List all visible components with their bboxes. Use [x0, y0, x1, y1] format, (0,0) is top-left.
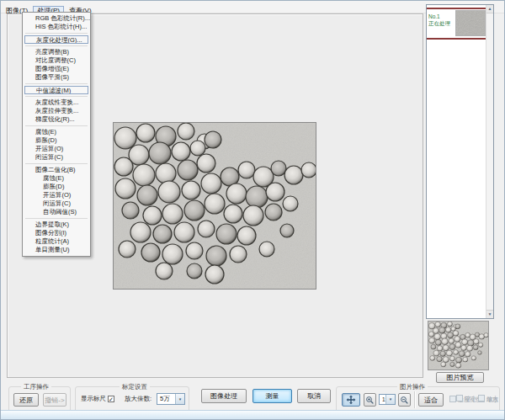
fit-view-button[interactable]: 适合 [418, 393, 444, 407]
calibration-group-label: 标定设置 [120, 383, 150, 391]
zoom-ratio-select[interactable]: 1:1 ▾ [379, 394, 396, 405]
menu-item[interactable]: 开运算(O) [23, 191, 90, 199]
scroll-down-icon[interactable]: ▼ [486, 310, 493, 318]
menu-item[interactable]: 腐蚀(E) [23, 174, 90, 183]
magnification-value: 5万 [160, 395, 170, 402]
menu-item[interactable]: 灰度拉伸变换... [23, 107, 90, 115]
history-group-label: 工序操作 [21, 383, 51, 391]
magnifier-plus-icon [365, 396, 375, 405]
list-item-label: No.1 正在处理 [428, 13, 455, 27]
menu-item[interactable]: HIS 色彩统计(H)... [23, 23, 90, 31]
menu-item[interactable]: 单目测量(U) [23, 246, 90, 254]
menu-separator [25, 83, 88, 84]
tool-zoom-in-label: 放大 [478, 395, 498, 403]
menu-item[interactable]: 灰度化处理(G)... [24, 35, 88, 44]
menu-separator [25, 163, 88, 164]
zoom-out-mini-icon [456, 395, 463, 401]
list-scrollbar[interactable]: ▲ ▼ [486, 5, 493, 318]
menu-item[interactable]: 自动阈值(S) [23, 208, 90, 216]
menu-separator [25, 45, 88, 46]
menu-separator [25, 218, 88, 219]
menu-item[interactable]: 闭运算(C) [23, 199, 90, 208]
menu-item[interactable]: 亮度调整(B) [23, 48, 90, 56]
menu-item[interactable]: 梯度锐化(R)... [23, 115, 90, 124]
tool-zoom-out-label: 缩小 [456, 395, 476, 403]
calibration-group: 标定设置 显示标尺 ✓ 放大倍数: 5万 ▾ [75, 386, 189, 412]
fit-width-icon [449, 396, 456, 402]
menu-item[interactable]: 灰度线性变换... [23, 98, 90, 107]
magnifier-minus-icon [400, 396, 409, 405]
magnification-select[interactable]: 5万 ▾ [157, 393, 185, 405]
show-scale-label: 显示标尺 [81, 395, 106, 403]
menu-item[interactable]: 对比度调整(C) [23, 56, 90, 65]
list-item-selected[interactable]: No.1 正在处理 [427, 8, 486, 40]
view-group-label: 图片操作 [397, 383, 428, 391]
menu-item[interactable]: 膨胀(D) [23, 136, 90, 145]
menu-item[interactable]: 图像二值化(B) [23, 166, 90, 174]
menu-item[interactable]: 开运算(O) [23, 145, 90, 153]
menu-item[interactable]: RGB 色彩统计(R)... [23, 14, 90, 23]
redo-button[interactable]: 撤销-> [43, 393, 66, 407]
menu-separator [25, 125, 88, 126]
menu-item[interactable]: 腐蚀(E) [23, 128, 90, 136]
chevron-down-icon: ▾ [385, 395, 395, 404]
menu-item[interactable]: 闭运算(C) [23, 153, 90, 162]
zoom-in-mini-icon [478, 395, 485, 401]
history-group: 工序操作 还原 撤销-> [8, 386, 71, 412]
magnification-label: 放大倍数: [125, 395, 152, 403]
toolbar-divider [414, 391, 416, 408]
undo-button[interactable]: 还原 [13, 393, 39, 407]
drag-tool-button[interactable] [342, 393, 360, 407]
menu-item[interactable]: 膨胀(D) [23, 183, 90, 191]
menu-separator [25, 33, 88, 34]
noise-thumbnail [455, 10, 486, 36]
menu-item[interactable]: 图像平滑(S) [23, 73, 90, 82]
app-window: 图像(T)处理(P)查看(V) [0, 0, 505, 420]
image-list[interactable]: No.1 正在处理 ▲ ▼ [426, 4, 494, 319]
zoom-in-button[interactable] [364, 393, 376, 407]
processing-menu: RGB 色彩统计(R)...HIS 色彩统计(H)...灰度化处理(G)...亮… [22, 12, 91, 257]
menu-item[interactable]: 边界提取(K) [23, 221, 90, 229]
menu-separator [25, 96, 88, 97]
status-bar [1, 410, 504, 419]
menu-item[interactable]: 粒度统计(A) [23, 237, 90, 246]
chevron-down-icon: ▾ [175, 394, 184, 404]
process-image-button[interactable]: 图像处理 [201, 389, 247, 403]
preview-thumbnail[interactable] [428, 321, 489, 370]
move-arrows-icon [346, 395, 356, 405]
preview-button[interactable]: 图片预览 [436, 372, 484, 383]
micrograph-image[interactable] [113, 122, 316, 290]
measure-button[interactable]: 测量 [252, 389, 292, 403]
menu-item[interactable]: 图像增强(E) [23, 65, 90, 73]
menu-item[interactable]: 中值滤波(M) [24, 86, 88, 94]
zoom-out-button[interactable] [398, 393, 411, 407]
show-scale-checkbox[interactable]: ✓ [108, 396, 114, 402]
cancel-button[interactable]: 取消 [297, 389, 331, 403]
scroll-up-icon[interactable]: ▲ [486, 5, 493, 13]
menu-item[interactable]: 图像分割(I) [23, 229, 90, 237]
